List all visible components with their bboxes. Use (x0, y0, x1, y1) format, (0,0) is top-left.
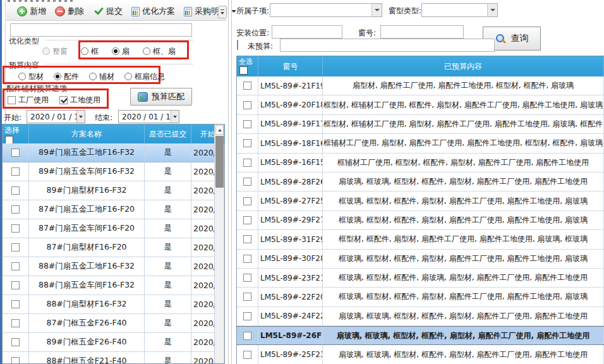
table-row[interactable]: 89#门扇五金工地F16-F32是2020/0 (3, 143, 224, 162)
chevron-down-icon[interactable] (171, 111, 179, 123)
window-no-input[interactable] (380, 25, 464, 39)
radio-option[interactable]: 框扇信息 (124, 71, 165, 82)
panel-splitter[interactable] (231, 0, 232, 364)
budgeted-content-column-header[interactable]: 已预算内容 (323, 56, 604, 76)
row-checkbox[interactable] (11, 300, 20, 308)
submit-button[interactable]: 提交 (88, 3, 127, 20)
usage-checkbox-option[interactable]: 工地使用 (59, 95, 100, 106)
row-checkbox[interactable] (11, 338, 20, 346)
no-budget-input[interactable] (280, 39, 495, 52)
submitted-cell: 是 (145, 333, 191, 351)
row-checkbox[interactable] (11, 224, 20, 233)
row-checkbox[interactable] (243, 351, 251, 359)
toolbar-overflow-button[interactable] (218, 6, 227, 18)
row-checkbox[interactable] (243, 101, 251, 109)
table-row[interactable]: 87#门扇五金工地F16-F20是2020/0 (3, 200, 224, 219)
table-row[interactable]: 87#门扇五金车间F16-F20是2020/0 (3, 219, 224, 238)
panel-splitter[interactable] (228, 0, 229, 364)
table-row[interactable]: 89#门框五金F26-F40是2020/0 (3, 333, 224, 352)
table-row[interactable]: 89#门扇五金车间F16-F32是2020/0 (3, 162, 224, 181)
scrollbar-thumb[interactable] (215, 136, 224, 188)
checkbox-icon (8, 96, 16, 104)
chevron-down-icon[interactable] (76, 111, 85, 123)
row-checkbox[interactable] (243, 82, 251, 90)
row-checkbox[interactable] (243, 332, 251, 340)
usage-checkbox-option[interactable]: 工厂使用 (8, 95, 49, 106)
plan-table-scrollbar[interactable] (214, 124, 224, 363)
row-checkbox[interactable] (243, 139, 251, 147)
table-row[interactable]: LM5L-89#-22F20框玻璃, 框型材, 框配件, 扇型材, 扇配件工厂使… (237, 288, 604, 306)
checkbox-label: 工厂使用 (18, 95, 49, 106)
table-row[interactable]: 88#门框五金F21-F40是2020/0 (3, 352, 224, 364)
row-checkbox[interactable] (11, 281, 20, 289)
scrollbar-up-arrow[interactable] (215, 125, 224, 135)
delete-button[interactable]: 删除 (51, 3, 88, 20)
table-row[interactable]: LM5L-89#-21F19扇型材, 扇配件工厂使用, 扇配件工地使用, 框型材… (237, 76, 604, 95)
table-row[interactable]: 88#门扇型材F16-F32是2020/0 (3, 295, 224, 314)
radio-option[interactable]: 配件 (54, 71, 79, 82)
row-checkbox[interactable] (11, 186, 20, 195)
row-checkbox[interactable] (11, 243, 20, 252)
table-row[interactable]: 88#门扇五金车间F16-F32是2020/0 (3, 276, 224, 295)
radio-option[interactable]: 扇 (112, 46, 130, 57)
window-type-dropdown[interactable] (421, 3, 498, 17)
row-checkbox[interactable] (11, 205, 20, 214)
table-row[interactable]: LM5L-89#-18F16框辅材工厂使用, 扇型材, 扇配件工厂使用, 扇配件… (237, 134, 604, 153)
row-checkbox[interactable] (11, 262, 20, 270)
row-checkbox[interactable] (243, 255, 251, 263)
radio-icon (81, 47, 88, 55)
chevron-down-icon[interactable] (487, 4, 497, 16)
table-row[interactable]: LM5L-89#-19F17框型材, 框辅材工厂使用, 扇型材, 扇配件工厂使用… (237, 115, 604, 134)
row-checkbox[interactable] (243, 178, 251, 186)
table-row[interactable]: 87#门扇型材F16-F20是2020/0 (3, 238, 224, 257)
row-checkbox[interactable] (243, 159, 251, 167)
plan-search-input[interactable] (10, 23, 192, 37)
row-checkbox[interactable] (243, 235, 251, 243)
row-checkbox[interactable] (11, 319, 20, 327)
row-checkbox[interactable] (11, 167, 20, 176)
date-start-picker[interactable]: 2020 / 01 / 1 (27, 110, 85, 123)
table-row[interactable]: LM5L-89#-24F22扇玻璃, 框玻璃, 框型材, 框配件, 扇型材, 扇… (237, 307, 604, 326)
table-row[interactable]: 89#门扇型材F16-F32是2020/0 (3, 181, 224, 200)
table-row[interactable]: 88#门扇五金工地F16-F32是2020/0 (3, 257, 224, 276)
row-checkbox[interactable] (243, 197, 251, 205)
table-row[interactable]: LM5L-89#-31F29框型材, 框配件, 扇型材, 扇配件工厂使用, 扇配… (237, 230, 604, 249)
table-row[interactable]: LM5L-89#-29F27框玻璃, 框型材, 框配件, 扇型材, 扇配件工厂使… (237, 211, 604, 230)
budget-match-button[interactable]: 预算匹配 (130, 88, 192, 106)
submitted-column-header[interactable]: 是否已提交 (145, 124, 191, 143)
date-end-picker[interactable]: 2020 / 01 / 13 (118, 110, 179, 123)
radio-option[interactable]: 型材 (18, 71, 44, 82)
row-checkbox[interactable] (11, 149, 20, 157)
table-row[interactable]: LM5L-89#-30F28框玻璃, 框型材, 框配件, 扇型材, 扇配件工厂使… (237, 250, 604, 269)
table-row[interactable]: LM5L-89#-16F15框辅材工厂使用, 框型材, 框配件, 扇型材, 扇配… (237, 154, 604, 173)
install-position-input[interactable] (272, 25, 342, 39)
table-row[interactable]: LM5L-89#-23F21框玻璃, 框型材, 框配件, 扇玻璃, 扇型材, 扇… (237, 269, 604, 288)
window-no-cell: LM5L-89#-26F24 (258, 327, 323, 344)
window-no-column-header[interactable]: 窗号 (258, 56, 323, 76)
select-all-checkbox[interactable] (239, 66, 248, 75)
radio-option[interactable]: 框 (81, 46, 99, 57)
add-button[interactable]: 新增 (13, 3, 51, 20)
table-row[interactable]: LM5L-89#-28F26扇玻璃, 框玻璃, 框型材, 框配件, 扇型材, 扇… (237, 173, 604, 191)
row-checkbox[interactable] (243, 312, 251, 320)
sub-item-dropdown[interactable] (270, 3, 382, 17)
table-row[interactable]: LM5L-89#-20F18框型材, 框辅材工厂使用, 框配件, 扇型材, 扇配… (237, 95, 604, 114)
table-row[interactable]: LM5L-89#-25F23扇玻璃, 框玻璃, 框型材, 框配件, 扇型材, 扇… (237, 345, 604, 364)
row-checkbox[interactable] (243, 274, 251, 282)
row-checkbox[interactable] (243, 293, 251, 301)
radio-option[interactable]: 框、扇 (143, 46, 176, 57)
row-select-cell (3, 276, 29, 294)
row-checkbox[interactable] (243, 216, 251, 224)
optimize-plan-button[interactable]: 优化方案 (127, 3, 179, 20)
table-row[interactable]: LM5L-89#-26F24扇玻璃, 框玻璃, 框型材, 框配件, 扇型材, 扇… (237, 326, 604, 345)
chevron-down-icon[interactable] (371, 4, 382, 16)
no-budget-checkbox[interactable] (237, 40, 238, 50)
radio-option[interactable]: 辅材 (89, 71, 114, 82)
row-checkbox[interactable] (11, 357, 20, 364)
select-all-checkbox[interactable] (5, 136, 13, 143)
row-checkbox[interactable] (243, 120, 251, 128)
table-row[interactable]: LM5L-89#-27F25框玻璃, 框型材, 框配件, 扇型材, 扇配件工厂使… (237, 191, 604, 210)
plan-name-column-header[interactable]: 方案名称 (29, 124, 145, 143)
row-select-cell (237, 327, 258, 344)
table-row[interactable]: 87#门框五金F26-F40是2020/0 (3, 314, 224, 333)
